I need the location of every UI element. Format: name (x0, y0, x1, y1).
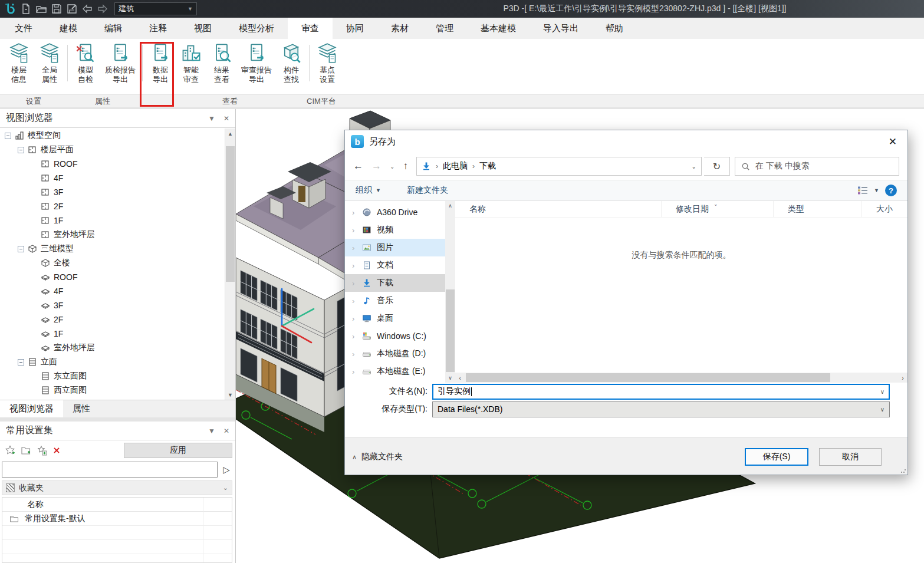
back-icon[interactable]: ← (353, 160, 363, 172)
tree-expander-icon[interactable] (31, 189, 37, 196)
expand-chevron-icon[interactable]: › (352, 332, 361, 341)
menu-item[interactable]: 素材 (377, 18, 422, 39)
tree-item[interactable]: 楼层平面 (0, 143, 225, 157)
new-folder-icon[interactable] (21, 445, 31, 456)
chevron-down-icon[interactable]: ⌄ (692, 163, 696, 170)
column-header-date[interactable]: ⌄ 修改日期 (662, 201, 774, 217)
tree-item[interactable]: 1F (0, 213, 225, 228)
cancel-button[interactable]: 取消 (819, 448, 882, 466)
ribbon-button[interactable]: 审查报告导出 (238, 41, 275, 84)
dock-tab[interactable]: 属性 (63, 400, 100, 417)
undo-icon[interactable] (81, 3, 93, 15)
filename-input[interactable]: 引导实例 ∨ (432, 384, 890, 400)
history-chevron-icon[interactable]: ⌄ (390, 163, 394, 170)
column-header-size[interactable]: 大小 (862, 201, 907, 217)
menu-item[interactable]: 协同 (333, 18, 377, 39)
up-icon[interactable]: ↑ (403, 160, 408, 172)
ribbon-button[interactable]: 全局属性 (35, 41, 64, 84)
tree-item[interactable]: 室外地坪层 (0, 228, 225, 242)
scrollbar-thumb[interactable] (466, 373, 830, 382)
dialog-search-box[interactable]: 在 下载 中搜索 (735, 157, 899, 176)
sidebar-folder-item[interactable]: › 文档 (345, 256, 445, 274)
column-header-type[interactable]: 类型 (774, 201, 862, 217)
tree-expander-icon[interactable] (31, 232, 37, 238)
ribbon-button[interactable]: 模型自检 (71, 41, 100, 84)
column-header-name[interactable]: 名称 (455, 201, 662, 217)
tree-expander-icon[interactable] (31, 274, 37, 281)
chevron-down-icon[interactable]: ∨ (880, 406, 884, 413)
ribbon-button[interactable]: 数据导出 (146, 41, 175, 84)
resize-grip[interactable] (900, 467, 906, 473)
tree-expander-icon[interactable] (18, 147, 24, 153)
expand-chevron-icon[interactable]: › (352, 261, 361, 270)
delete-icon[interactable] (52, 446, 61, 455)
save-button[interactable]: 保存(S) (745, 448, 808, 466)
dialog-close-icon[interactable]: ✕ (884, 136, 902, 148)
expand-chevron-icon[interactable]: › (352, 208, 361, 217)
ribbon-button[interactable]: 智能审查 (176, 41, 206, 84)
forward-icon[interactable]: → (371, 160, 382, 172)
expand-chevron-icon[interactable]: › (352, 243, 361, 252)
scroll-right-icon[interactable]: › (898, 374, 907, 381)
menu-item[interactable]: 编辑 (91, 18, 136, 39)
address-bar[interactable]: › 此电脑 › 下载 ⌄ (416, 157, 702, 176)
expand-chevron-icon[interactable]: › (352, 297, 361, 305)
menu-item[interactable]: 审查 (288, 18, 333, 39)
menu-item[interactable]: 基本建模 (467, 18, 530, 39)
tree-item[interactable]: 室外地坪层 (0, 341, 225, 355)
sidebar-folder-item[interactable]: › 本地磁盘 (E:) (345, 363, 445, 380)
breadcrumb-this-pc[interactable]: 此电脑 (443, 161, 468, 172)
tree-item[interactable]: 4F (0, 171, 225, 185)
tree-expander-icon[interactable] (31, 218, 37, 224)
open-file-icon[interactable] (35, 3, 47, 15)
scroll-down-icon[interactable]: ∨ (445, 373, 455, 383)
tree-expander-icon[interactable] (31, 387, 37, 394)
tree-item[interactable]: 立面 (0, 355, 225, 369)
new-file-icon[interactable] (20, 3, 32, 15)
tree-expander-icon[interactable] (18, 359, 24, 366)
tree-expander-icon[interactable] (31, 345, 37, 351)
file-list-hscrollbar[interactable]: ‹ › (455, 373, 907, 383)
help-button[interactable]: ? (885, 185, 897, 196)
tree-item[interactable]: 2F (0, 199, 225, 213)
expand-chevron-icon[interactable]: › (352, 314, 361, 323)
ribbon-button[interactable]: 结果查看 (207, 41, 236, 84)
panel-close-icon[interactable]: ✕ (223, 114, 229, 123)
menu-item[interactable]: 视图 (180, 18, 225, 39)
sidebar-folder-item[interactable]: › 本地磁盘 (D:) (345, 345, 445, 363)
tree-expander-icon[interactable] (31, 331, 37, 337)
dock-tab[interactable]: 视图浏览器 (0, 400, 63, 417)
tree-item[interactable]: ROOF (0, 270, 225, 284)
panel-close-icon[interactable]: ✕ (223, 427, 229, 435)
tree-item[interactable]: 4F (0, 284, 225, 298)
tree-item[interactable]: 三维模型 (0, 242, 225, 256)
scroll-up-icon[interactable]: ∧ (445, 201, 455, 210)
new-folder-button[interactable]: 新建文件夹 (407, 185, 448, 196)
table-row[interactable]: 常用设置集-默认 (2, 512, 232, 526)
search-run-icon[interactable]: ▷ (219, 462, 234, 478)
apply-button[interactable]: 应用 (124, 443, 232, 458)
tree-item[interactable]: 模型空间 (0, 129, 225, 143)
sidebar-folder-item[interactable]: › 视频 (345, 221, 445, 239)
ribbon-button[interactable]: 质检报告导出 (101, 41, 139, 84)
menu-item[interactable]: 导入导出 (530, 18, 592, 39)
breadcrumb-downloads[interactable]: 下载 (479, 161, 496, 172)
expand-chevron-icon[interactable]: › (352, 367, 361, 376)
tree-expander-icon[interactable] (31, 317, 37, 323)
sidebar-folder-item[interactable]: › Windows (C:) (345, 327, 445, 345)
scroll-left-icon[interactable]: ‹ (455, 374, 465, 381)
tree-expander-icon[interactable] (31, 203, 37, 210)
tree-item[interactable]: 西立面图 (0, 383, 225, 397)
ribbon-button[interactable]: 构件查找 (277, 41, 306, 84)
sidebar-folder-item[interactable]: › A360 Drive (345, 203, 445, 221)
menu-item[interactable]: 模型分析 (225, 18, 288, 39)
tree-item[interactable]: 东立面图 (0, 369, 225, 383)
tree-item[interactable]: 1F (0, 327, 225, 341)
tree-item[interactable]: 全楼 (0, 256, 225, 270)
expand-chevron-icon[interactable]: › (352, 350, 361, 358)
tree-item[interactable]: 2F (0, 312, 225, 327)
expand-chevron-icon[interactable]: › (352, 226, 361, 235)
tree-expander-icon[interactable] (31, 302, 37, 309)
tree-expander-icon[interactable] (31, 288, 37, 295)
expand-chevron-icon[interactable]: › (352, 279, 361, 288)
